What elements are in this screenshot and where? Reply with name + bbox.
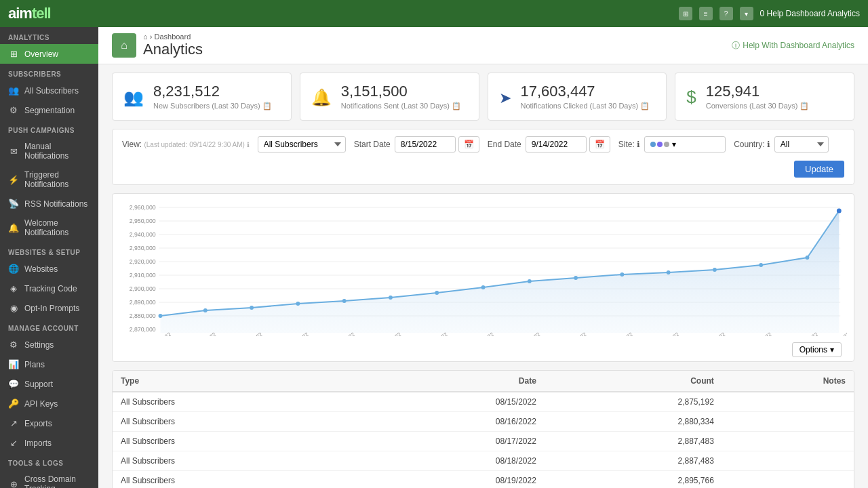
sidebar-label-all-subscribers: All Subscribers [24,86,79,96]
sidebar-icon-plans: 📊 [8,359,19,369]
end-date-calendar-button[interactable]: 📅 [589,136,610,152]
breadcrumb-home[interactable]: ⌂ [143,33,148,41]
stat-icon-notifications-clicked: ➤ [499,86,511,108]
sidebar-icon-support: 💬 [8,379,19,389]
cell-date: 08/18/2022 [351,451,545,471]
sidebar-label-overview: Overview [24,49,58,59]
help-link[interactable]: ⓘ Help With Dashboard Analytics [732,40,854,52]
options-label: Options [800,345,827,354]
sidebar-item-support[interactable]: 💬Support [0,374,98,394]
svg-text:2,870,000: 2,870,000 [130,326,156,333]
col-count: Count [545,371,722,392]
sidebar-item-welcome-notifications[interactable]: 🔔Welcome Notifications [0,214,98,242]
col-date: Date [351,371,545,392]
sidebar-item-tracking-code[interactable]: ◈Tracking Code [0,279,98,298]
table-row: All Subscribers 08/15/2022 2,875,192 [113,392,854,412]
sidebar-item-api-keys[interactable]: 🔑API Keys [0,394,98,413]
stat-number-notifications-sent: 3,151,500 [341,83,461,100]
svg-text:2,910,000: 2,910,000 [130,272,156,279]
start-date-label: Start Date [354,140,391,149]
cell-count: 2,880,334 [545,412,722,432]
sidebar-item-imports[interactable]: ↙Imports [0,433,98,453]
svg-point-30 [620,272,624,277]
cell-date: 08/17/2022 [351,432,545,451]
view-select[interactable]: All Subscribers New Subscribers [258,136,346,152]
country-select[interactable]: All [774,136,829,152]
home-icon[interactable]: ⌂ [112,33,136,58]
sidebar-item-triggered-notifications[interactable]: ⚡Triggered Notifications [0,165,98,194]
sidebar-item-segmentation[interactable]: ⚙Segmentation [0,100,98,120]
site-select[interactable]: ▾ [644,136,726,152]
sidebar-label-imports: Imports [24,439,52,448]
site-label: Site: ℹ [618,140,640,149]
sidebar-label-triggered-notifications: Triggered Notifications [24,170,90,189]
start-date-calendar-button[interactable]: 📅 [458,136,479,152]
cell-count: 2,887,483 [545,451,722,471]
filter-section: View: (Last updated: 09/14/22 9:30 AM) ℹ… [112,129,854,185]
cell-date: 08/15/2022 [351,392,545,412]
start-date-input-group: 📅 [395,136,479,152]
sidebar-icon-welcome-notifications: 🔔 [8,223,19,233]
breadcrumb-parent[interactable]: Dashboard [154,33,191,41]
sidebar-item-all-subscribers[interactable]: 👥All Subscribers [0,81,98,100]
table-row: All Subscribers 08/19/2022 2,895,766 [113,471,854,489]
sidebar-icon-opt-in-prompts: ◉ [8,303,19,313]
sidebar-icon-cross-domain-tracking: ⊕ [8,479,19,489]
sidebar-item-plans[interactable]: 📊Plans [0,354,98,374]
end-date-label: End Date [488,140,521,149]
top-nav-help-text: 0 Help Dashboard Analytics [760,9,860,18]
svg-point-26 [435,291,439,295]
svg-marker-19 [160,211,839,333]
cell-type: All Subscribers [113,451,351,471]
chart-options: Options ▾ [119,338,847,361]
country-label: Country: ℹ [734,140,770,149]
top-navigation: aimtell ⊞ ≡ ? ▾ 0 Help Dashboard Analyti… [0,0,868,27]
sidebar-item-cross-domain-tracking[interactable]: ⊕Cross Domain Tracking [0,470,98,488]
sidebar-icon-exports: ↗ [8,418,19,428]
app-logo[interactable]: aimtell [8,5,51,22]
page-header: ⌂ ⌂ › Dashboard Analytics ⓘ Help With Da… [98,27,868,64]
view-label: View: (Last updated: 09/14/22 9:30 AM) ℹ [122,140,250,149]
sidebar-item-overview[interactable]: ⊞Overview [0,44,98,64]
stat-label-conversions: Conversions (Last 30 Days) 📋 [706,102,810,110]
stat-label-subscribers: New Subscribers (Last 30 Days) 📋 [153,102,272,110]
stat-number-subscribers: 8,231,512 [153,83,272,100]
sidebar-label-rss-notifications: RSS Notifications [24,199,87,209]
sidebar-icon-websites: 🌐 [8,264,19,274]
grid-icon[interactable]: ⊞ [679,7,692,20]
site-filter-group: Site: ℹ ▾ [618,136,726,152]
breadcrumb: ⌂ › Dashboard [143,33,203,41]
analytics-table: Type Date Count Notes All Subscribers 08… [113,371,854,488]
start-date-input[interactable] [395,136,456,152]
sidebar-icon-overview: ⊞ [8,49,19,59]
sidebar-icon-api-keys: 🔑 [8,399,19,409]
sidebar-label-api-keys: API Keys [24,399,58,409]
update-button[interactable]: Update [794,161,844,178]
sidebar-item-manual-notifications[interactable]: ✉Manual Notifications [0,137,98,165]
stat-card-notifications-sent: 🔔 3,151,500 Notifications Sent (Last 30 … [300,73,479,121]
help-icon[interactable]: ? [719,7,733,20]
sidebar-item-opt-in-prompts[interactable]: ◉Opt-In Prompts [0,298,98,318]
sidebar-item-rss-notifications[interactable]: 📡RSS Notifications [0,194,98,214]
sidebar-item-settings[interactable]: ⚙Settings [0,335,98,354]
analytics-chart: 2,960,000 2,950,000 2,940,000 2,930,000 … [119,201,847,336]
svg-text:2,930,000: 2,930,000 [130,245,156,251]
dropdown-icon[interactable]: ▾ [740,7,753,20]
start-date-group: Start Date 📅 [354,136,479,152]
svg-point-35 [837,209,842,214]
options-chevron-icon: ▾ [830,345,834,354]
list-icon[interactable]: ≡ [699,7,713,20]
sidebar-item-exports[interactable]: ↗Exports [0,413,98,433]
end-date-input[interactable] [526,136,587,152]
help-circle-icon: ⓘ [732,40,740,52]
sidebar-section-push-campaigns: PUSH CAMPAIGNS [0,120,98,137]
stat-icon-notifications-sent: 🔔 [311,86,332,108]
stat-info-subscribers: 8,231,512 New Subscribers (Last 30 Days)… [153,83,272,110]
chart-options-button[interactable]: Options ▾ [792,342,842,357]
sidebar-item-websites[interactable]: 🌐Websites [0,259,98,279]
stat-number-notifications-clicked: 17,603,447 [521,83,650,100]
stats-row: 👥 8,231,512 New Subscribers (Last 30 Day… [98,64,868,129]
svg-text:2,960,000: 2,960,000 [130,204,156,211]
svg-point-27 [481,285,486,289]
stat-number-conversions: 125,941 [706,83,810,100]
